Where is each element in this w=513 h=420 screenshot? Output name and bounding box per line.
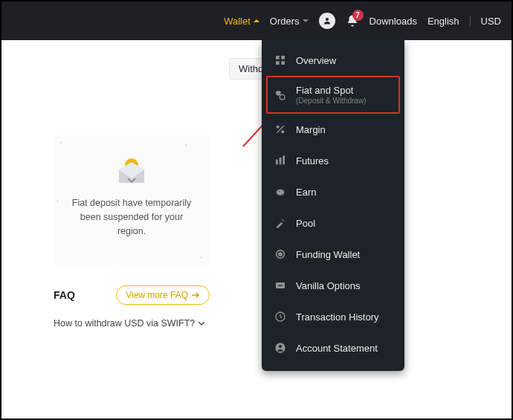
currency-nav-label: USD bbox=[481, 16, 501, 27]
notifications-nav[interactable]: 7 bbox=[346, 14, 359, 28]
svg-point-6 bbox=[280, 94, 285, 100]
divider bbox=[470, 16, 471, 26]
caret-down-icon bbox=[303, 19, 309, 22]
svg-point-5 bbox=[276, 91, 281, 96]
svg-point-15 bbox=[279, 253, 282, 256]
notification-badge: 7 bbox=[352, 10, 364, 21]
arrow-right-icon bbox=[191, 291, 200, 299]
profile-nav[interactable] bbox=[319, 13, 335, 29]
svg-point-12 bbox=[277, 190, 285, 196]
dropdown-item-label: Pool bbox=[296, 218, 315, 229]
dropdown-item-futures[interactable]: Futures bbox=[262, 145, 404, 176]
dropdown-item-funding[interactable]: Funding Wallet bbox=[262, 239, 404, 270]
svg-rect-10 bbox=[280, 158, 282, 164]
coin-swap-icon bbox=[274, 88, 287, 102]
svg-point-0 bbox=[326, 18, 329, 21]
svg-rect-1 bbox=[276, 56, 280, 59]
svg-point-13 bbox=[279, 191, 280, 192]
percent-icon bbox=[274, 123, 287, 136]
piggy-icon bbox=[274, 185, 287, 198]
dropdown-item-history[interactable]: Transaction History bbox=[262, 301, 404, 332]
suspended-text-line1: Fiat deposit have temporarily bbox=[65, 196, 198, 210]
downloads-nav[interactable]: Downloads bbox=[370, 16, 417, 27]
faq-title: FAQ bbox=[54, 289, 75, 301]
dropdown-item-label: Earn bbox=[296, 187, 316, 198]
caret-up-icon bbox=[254, 19, 259, 22]
dropdown-item-statement[interactable]: Account Statement bbox=[262, 332, 404, 364]
view-more-faq-button[interactable]: View more FAQ bbox=[116, 285, 210, 305]
dropdown-item-pool[interactable]: Pool bbox=[262, 207, 404, 239]
chevron-down-icon bbox=[198, 320, 205, 326]
dropdown-item-overview[interactable]: Overview bbox=[262, 45, 404, 76]
grid-icon bbox=[274, 54, 287, 67]
suspended-text-line2: been suspended for your region. bbox=[65, 210, 198, 239]
dropdown-item-vanilla[interactable]: Vanilla Options bbox=[262, 270, 404, 301]
options-icon bbox=[274, 279, 287, 292]
dropdown-item-label: Account Statement bbox=[296, 343, 378, 354]
downloads-nav-label: Downloads bbox=[370, 16, 417, 27]
orders-nav-label: Orders bbox=[270, 16, 300, 27]
wallet-dropdown: Overview Fiat and Spot (Deposit & Withdr… bbox=[262, 40, 404, 371]
dropdown-item-earn[interactable]: Earn bbox=[262, 176, 404, 207]
faq-item-label: How to withdraw USD via SWIFT? bbox=[54, 318, 195, 329]
svg-point-8 bbox=[281, 130, 284, 133]
language-nav-label: English bbox=[428, 16, 459, 27]
chart-icon bbox=[274, 154, 287, 167]
dropdown-item-label: Overview bbox=[296, 55, 336, 66]
dropdown-item-label: Margin bbox=[296, 124, 326, 135]
currency-nav[interactable]: USD bbox=[481, 16, 501, 27]
suspended-card: Fiat deposit have temporarily been suspe… bbox=[54, 135, 210, 265]
wallet-nav[interactable]: Wallet bbox=[224, 16, 259, 27]
pickaxe-icon bbox=[274, 216, 287, 230]
dropdown-item-label: Transaction History bbox=[296, 311, 379, 323]
svg-rect-11 bbox=[283, 155, 285, 164]
view-more-label: View more FAQ bbox=[126, 290, 188, 300]
history-icon bbox=[274, 310, 287, 323]
dropdown-item-margin[interactable]: Margin bbox=[262, 114, 404, 145]
top-navbar: Wallet Orders 7 Downloads English USD bbox=[1, 1, 512, 40]
dropdown-item-label: Vanilla Options bbox=[296, 280, 360, 291]
dropdown-item-fiat-spot[interactable]: Fiat and Spot (Deposit & Withdraw) bbox=[266, 76, 400, 114]
faq-item[interactable]: How to withdraw USD via SWIFT? bbox=[54, 318, 210, 329]
language-nav[interactable]: English bbox=[428, 16, 459, 27]
wallet-nav-label: Wallet bbox=[224, 16, 251, 27]
account-circle-icon bbox=[274, 341, 287, 355]
dropdown-item-label: Fiat and Spot bbox=[296, 85, 366, 96]
dropdown-item-label: Futures bbox=[296, 155, 329, 167]
user-icon bbox=[319, 13, 335, 29]
wallet-graphic-icon bbox=[113, 158, 150, 184]
orders-nav[interactable]: Orders bbox=[270, 16, 309, 27]
svg-point-7 bbox=[277, 126, 280, 129]
svg-point-19 bbox=[279, 345, 282, 348]
svg-rect-4 bbox=[281, 61, 285, 65]
faq-header-row: FAQ View more FAQ bbox=[54, 285, 210, 305]
dropdown-item-sublabel: (Deposit & Withdraw) bbox=[296, 97, 366, 105]
dropdown-item-label: Funding Wallet bbox=[296, 249, 360, 260]
svg-rect-2 bbox=[281, 56, 285, 59]
svg-rect-3 bbox=[276, 61, 280, 65]
circle-dot-icon bbox=[274, 248, 287, 261]
main-content: Fiat deposit have temporarily been suspe… bbox=[54, 135, 210, 329]
svg-rect-9 bbox=[276, 160, 278, 165]
